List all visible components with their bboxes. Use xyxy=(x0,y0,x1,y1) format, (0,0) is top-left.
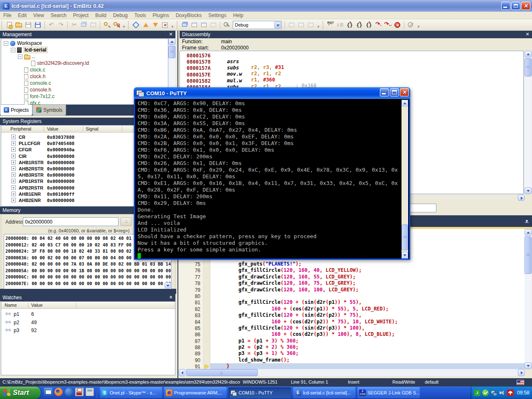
step-over-icon[interactable]: {} xyxy=(355,21,364,30)
code-line[interactable]: 80 xyxy=(179,293,525,299)
menu-settings[interactable]: Settings xyxy=(205,12,229,19)
line-number[interactable]: 89 xyxy=(179,351,200,357)
save-all-icon[interactable] xyxy=(34,21,42,30)
open-file-icon[interactable] xyxy=(15,21,23,30)
menu-help[interactable]: Help xyxy=(230,12,247,19)
tree-item-stm32f429i-discovery-ld[interactable]: stm32f429i-discovery.ld xyxy=(1,60,168,66)
menu-plugins[interactable]: Plugins xyxy=(149,12,172,19)
code-line[interactable]: 90 lcd_show_frame(); xyxy=(179,357,525,363)
disassembly-row[interactable]: 08001582 subs r3, r3, r2 xyxy=(180,78,523,84)
putty-minimize-button[interactable] xyxy=(380,88,389,96)
editor-hscrollbar[interactable] xyxy=(179,369,525,376)
jlink-tray-icon[interactable]: J xyxy=(474,389,480,396)
code-line[interactable]: 75 gfx_puts("PLANETS!"); xyxy=(179,261,525,267)
close-icon[interactable]: ✕ xyxy=(168,32,174,37)
skype-tray-icon[interactable] xyxy=(482,389,489,396)
restore-button[interactable] xyxy=(511,2,520,10)
menu-debug[interactable]: Debug xyxy=(110,12,131,19)
find-icon[interactable] xyxy=(102,21,111,30)
reset-target-icon[interactable]: ⤺RST xyxy=(326,21,335,30)
line-number[interactable]: 78 xyxy=(179,281,200,286)
close-icon[interactable]: ✕ xyxy=(525,32,530,37)
step-next-line-icon[interactable] xyxy=(336,21,345,30)
line-number[interactable]: 86 xyxy=(179,332,200,337)
debugwin-overflow-icon[interactable]: ▼ xyxy=(316,21,320,29)
code-line[interactable]: 81 gfx_fillCircle(120 + (sin(d2r(p1)) * … xyxy=(179,299,525,305)
disassembly-vscrollbar[interactable] xyxy=(525,51,532,194)
disassembly-row[interactable]: 0800157A mov.w r1, #360 ; 0x168 xyxy=(180,65,523,71)
putty-title-bar[interactable]: COM10 - PuTTY × xyxy=(134,87,410,99)
expand-icon[interactable]: − xyxy=(4,41,8,46)
taskbar-task-4[interactable]: E lcd-serial.c [lcd-serial]... xyxy=(293,387,355,398)
step-into-icon[interactable]: {} xyxy=(345,21,354,30)
putty-scrollbar[interactable] xyxy=(401,100,408,259)
code-line[interactable]: 77 gfx_drawCircle(120, 160, 55, LCD_GREY… xyxy=(179,274,525,280)
line-number[interactable]: 88 xyxy=(179,345,200,350)
menu-view[interactable]: View xyxy=(30,12,47,19)
close-icon[interactable]: ✕ xyxy=(168,295,174,300)
code-line[interactable]: 88 p2 = (p2 + 2) % 360; xyxy=(179,344,525,350)
putty-maximize-button[interactable] xyxy=(390,88,399,96)
tree-item-clock-c[interactable]: clock.c xyxy=(1,66,168,73)
toolbar-overflow-icon[interactable]: ▼ xyxy=(122,21,126,29)
build-options-icon[interactable] xyxy=(222,21,231,30)
rebuild-icon[interactable] xyxy=(190,21,199,30)
menu-search[interactable]: Search xyxy=(47,12,70,19)
expand-icon[interactable]: + xyxy=(11,185,16,190)
menu-file[interactable]: File xyxy=(0,12,15,19)
menu-tools[interactable]: Tools xyxy=(131,12,149,19)
debug-window3-icon[interactable] xyxy=(306,21,315,30)
menu-project[interactable]: Project xyxy=(70,12,92,19)
expand-icon[interactable]: + xyxy=(11,160,16,165)
keyboard-layout-icon[interactable] xyxy=(517,380,524,385)
expand-icon[interactable]: − xyxy=(18,54,22,59)
panel-splitter[interactable] xyxy=(0,289,179,294)
line-number[interactable]: 76 xyxy=(179,268,200,273)
tree-item-lcd-serial[interactable]: −lcd-serial xyxy=(1,47,168,53)
build-down-icon[interactable] xyxy=(151,21,160,30)
memory-go-button[interactable] xyxy=(121,217,131,226)
replace-icon[interactable]: R xyxy=(112,21,121,30)
address-input[interactable] xyxy=(23,217,118,226)
code-line[interactable]: 79 gfx_drawCircle(120, 160, 100, LCD_GRE… xyxy=(179,287,525,293)
line-number[interactable]: 81 xyxy=(179,300,200,305)
code-line[interactable]: 85 gfx_fillCircle(120 + (sin(d2r(p3)) * … xyxy=(179,325,525,331)
expand-icon[interactable]: + xyxy=(11,192,16,196)
memory-scroll-down[interactable] xyxy=(165,282,171,288)
expand-icon[interactable]: + xyxy=(11,141,16,145)
calculator-icon[interactable] xyxy=(86,388,94,396)
avira-tray-icon[interactable] xyxy=(507,389,514,396)
build-overflow-icon[interactable]: ▼ xyxy=(170,21,175,29)
run-to-cursor-icon[interactable] xyxy=(132,21,140,30)
debug-window2-icon[interactable] xyxy=(297,21,305,30)
line-number[interactable]: 91 xyxy=(179,364,200,369)
build-target-icon[interactable] xyxy=(180,21,189,30)
expand-icon[interactable]: + xyxy=(11,147,16,152)
firefox-icon[interactable] xyxy=(54,388,63,396)
start-button[interactable]: Start xyxy=(0,387,41,399)
taskbar-task-2[interactable]: Programowanie ARM,... xyxy=(164,387,227,398)
cut-icon[interactable]: ✂ xyxy=(70,21,79,30)
line-number[interactable]: 90 xyxy=(179,357,200,363)
line-number[interactable]: 85 xyxy=(179,325,200,331)
build-run-icon[interactable] xyxy=(200,21,208,30)
build-target-select[interactable]: Debug xyxy=(233,21,282,29)
thunderbird-icon[interactable] xyxy=(65,388,73,396)
undo-icon[interactable]: ↶ xyxy=(47,21,56,30)
copy-icon[interactable] xyxy=(79,21,88,30)
menu-edit[interactable]: Edit xyxy=(15,12,30,19)
jump-run-icon[interactable]: ↷.. xyxy=(384,21,392,30)
watch-row[interactable]: p2 49 xyxy=(1,319,175,327)
break-disabled-icon[interactable] xyxy=(406,21,415,30)
network-tray-icon[interactable] xyxy=(490,389,497,396)
step-out-icon[interactable]: {} xyxy=(365,21,373,30)
disassembly-row[interactable]: 0800157E mul.w r2, r1, r2 xyxy=(180,72,523,78)
code-line[interactable]: 91 } xyxy=(179,363,525,369)
code-line[interactable]: 89 p3 = (p3 + 1) % 360; xyxy=(179,350,525,357)
terminal[interactable]: CMD: 0xC7, ARGS: 0x90, DELAY: 0msCMD: 0x… xyxy=(135,99,409,259)
code-line[interactable]: 86 160 + (cos(d2r(p3)) * 100), 8, LCD_BL… xyxy=(179,331,525,337)
line-number[interactable]: 83 xyxy=(179,313,200,318)
tab-projects[interactable]: E Projects xyxy=(0,105,32,116)
new-file-icon[interactable] xyxy=(5,21,14,30)
jump-icon[interactable]: ↷. xyxy=(374,21,383,30)
